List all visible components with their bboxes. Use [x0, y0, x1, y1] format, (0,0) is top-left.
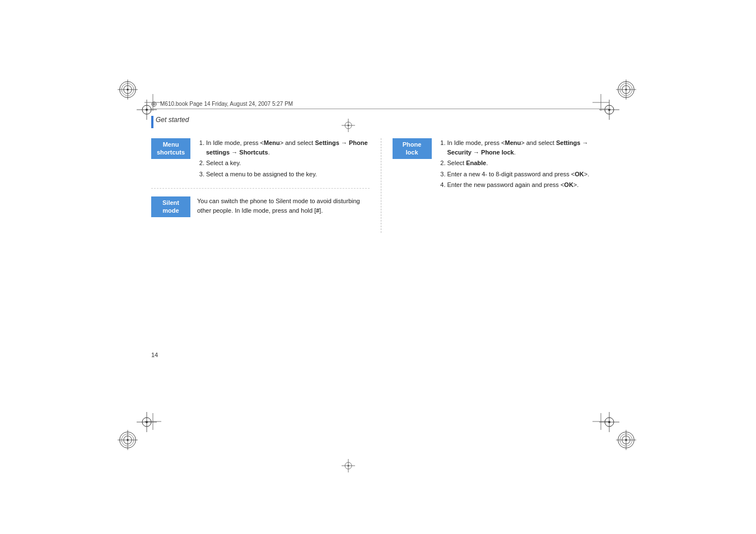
- phone-lock-step-3: Enter a new 4- to 8-digit password and p…: [447, 170, 611, 179]
- menu-shortcuts-label: Menu shortcuts: [151, 138, 190, 159]
- corner-bracket-bl: [144, 413, 161, 430]
- left-column: Menu shortcuts In Idle mode, press <Menu…: [151, 138, 381, 233]
- menu-shortcuts-step-2: Select a key.: [206, 158, 370, 168]
- center-crosshair-bottom: [342, 459, 355, 472]
- phone-lock-row: Phone lock In Idle mode, press <Menu> an…: [393, 138, 611, 199]
- file-info-text: M610.book Page 14 Friday, August 24, 200…: [160, 101, 293, 107]
- section-title: Get started: [156, 116, 189, 124]
- menu-shortcuts-row: Menu shortcuts In Idle mode, press <Menu…: [151, 138, 370, 189]
- menu-shortcuts-content: In Idle mode, press <Menu> and select Se…: [197, 138, 370, 180]
- silent-mode-row: Silent mode You can switch the phone to …: [151, 196, 370, 225]
- phone-lock-step-2: Select Enable.: [447, 158, 611, 168]
- menu-shortcuts-step-1: In Idle mode, press <Menu> and select Se…: [206, 138, 370, 157]
- phone-lock-step-4: Enter the new password again and press <…: [447, 180, 611, 190]
- silent-mode-description: You can switch the phone to Silent mode …: [197, 196, 370, 215]
- page-content: M610.book Page 14 Friday, August 24, 200…: [151, 101, 610, 336]
- reg-mark-outer-tr: [616, 79, 636, 100]
- page-number: 14: [151, 352, 158, 358]
- phone-lock-step-1: In Idle mode, press <Menu> and select Se…: [447, 138, 611, 157]
- reg-mark-outer-tl: [118, 79, 138, 100]
- page-header: M610.book Page 14 Friday, August 24, 200…: [151, 101, 610, 109]
- reg-mark-outer-br: [616, 430, 636, 450]
- phone-lock-content: In Idle mode, press <Menu> and select Se…: [438, 138, 611, 191]
- content-columns: Menu shortcuts In Idle mode, press <Menu…: [151, 138, 610, 233]
- silent-mode-content: You can switch the phone to Silent mode …: [197, 196, 370, 217]
- corner-bracket-br: [592, 413, 609, 430]
- right-column: Phone lock In Idle mode, press <Menu> an…: [381, 138, 611, 233]
- menu-shortcuts-step-3: Select a menu to be assigned to the key.: [206, 170, 370, 179]
- blue-accent-bar: [151, 116, 153, 128]
- reg-mark-outer-bl: [118, 430, 138, 450]
- phone-lock-label: Phone lock: [393, 138, 432, 159]
- silent-mode-label: Silent mode: [151, 196, 190, 217]
